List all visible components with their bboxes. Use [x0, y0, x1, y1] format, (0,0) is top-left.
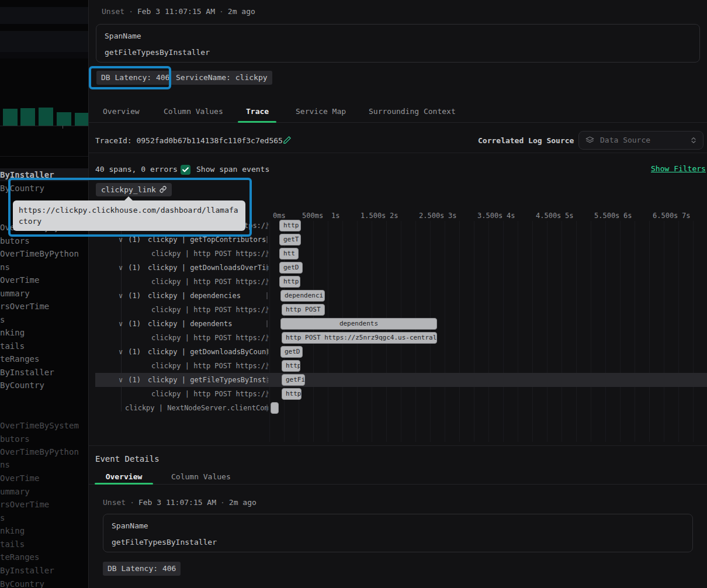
drawer-content: Unset·Feb 3 11:07:15 AM·2m ago SpanName … — [0, 0, 707, 588]
span-duration-bar[interactable]: http POST https://z5nrz9qgc4.us-central — [282, 332, 437, 344]
chevron-down-icon[interactable]: ∨ — [119, 236, 128, 244]
span-row-label: ∨(1)clickpy | dependencies — [95, 289, 268, 303]
span-child-count: (1) — [128, 292, 148, 300]
divider — [89, 153, 707, 153]
span-row[interactable]: clickpy | http POST https://z5nrzhttp — [95, 275, 707, 289]
chevron-down-icon[interactable]: ∨ — [119, 264, 128, 272]
span-name-text: clickpy | getDownloadsByCountry — [148, 348, 268, 356]
span-duration-bar[interactable]: htt — [279, 248, 299, 260]
span-duration-bar[interactable]: http — [279, 276, 300, 288]
span-row[interactable]: ∨(1)clickpy | getFileTypesByInstallerget… — [95, 373, 707, 387]
chevron-down-icon[interactable]: ∨ — [119, 320, 128, 328]
separator-dot: · — [216, 498, 229, 507]
spans-summary: 40 spans, 0 errors — [95, 165, 178, 174]
span-child-count: (1) — [128, 376, 148, 384]
span-row[interactable]: ∨(1)clickpy | getDownloadsByCountrygetD — [95, 345, 707, 359]
span-name-card: SpanName getFileTypesByInstaller — [103, 514, 693, 552]
link-url-tooltip: https://clickpy.clickhouse.com/dashboard… — [13, 200, 245, 231]
span-row[interactable]: clickpy | NextNodeServer.clientCompone — [95, 401, 707, 415]
chevron-down-icon[interactable]: ∨ — [119, 348, 128, 356]
show-span-events-checkbox[interactable] — [181, 165, 190, 175]
show-span-events-label[interactable]: Show span events — [196, 165, 269, 174]
span-name-text: clickpy | http POST https://z5nrz — [151, 306, 268, 314]
span-duration-bar[interactable]: http — [282, 360, 300, 372]
span-name-value: getFileTypesByInstaller — [112, 538, 217, 547]
span-row[interactable]: clickpy | http POST https://z5nrzhttp — [95, 359, 707, 373]
chevron-down-icon[interactable]: ∨ — [119, 292, 128, 300]
span-row[interactable]: ∨(1)clickpy | dependentsdependents — [95, 317, 707, 331]
span-row-label: clickpy | http POST https://z5nrz — [95, 303, 268, 317]
span-name-text: clickpy | http POST https://z5nrz — [151, 362, 268, 370]
event-relative-time: 2m ago — [229, 498, 257, 507]
data-source-select[interactable]: Data Source — [578, 131, 703, 150]
separator-dot: · — [126, 498, 138, 507]
span-duration-bar[interactable] — [271, 402, 279, 414]
span-event-tick — [266, 306, 268, 313]
active-tab-underline — [238, 121, 276, 123]
span-child-count: (1) — [128, 236, 148, 244]
span-event-tick — [266, 264, 268, 271]
span-duration-bar[interactable]: getD — [280, 346, 303, 358]
chevron-down-icon[interactable]: ∨ — [119, 376, 128, 384]
span-row[interactable]: clickpy | http POST https://z5nrzhttp PO… — [95, 331, 707, 345]
span-row[interactable]: ∨(1)clickpy | dependenciesdependenci — [95, 289, 707, 303]
edit-trace-id-icon[interactable] — [283, 136, 292, 144]
span-duration-bar[interactable]: http — [279, 220, 301, 231]
span-name-text: clickpy | dependencies — [148, 292, 241, 300]
span-row-label: clickpy | NextNodeServer.clientCompone — [95, 401, 268, 415]
tooltip-arrow — [124, 196, 133, 201]
span-name-card: SpanName getFileTypesByInstaller — [96, 24, 700, 63]
db-latency-highlight-box — [89, 66, 171, 89]
span-row[interactable]: clickpy | http POST https://z5nrzhtt — [95, 247, 707, 261]
span-row[interactable]: clickpy | http POST https://z5nrzhttp — [95, 387, 707, 401]
tab-overview[interactable]: Overview — [95, 472, 153, 481]
tab-service-map[interactable]: Service Map — [296, 107, 346, 116]
active-tab-underline — [95, 483, 153, 485]
span-event-tick — [266, 404, 268, 411]
span-row-label: clickpy | http POST https://z5nrz — [95, 275, 268, 289]
span-name-text: clickpy | http POST https://z5nrz — [151, 278, 268, 286]
span-name-text: clickpy | getDownloadsOverTimeByS — [148, 264, 268, 272]
span-name-label: SpanName — [112, 521, 148, 530]
span-duration-bar[interactable]: getT — [279, 234, 301, 245]
span-row-label: ∨(1)clickpy | getDownloadsOverTimeByS — [95, 261, 268, 275]
span-name-text: clickpy | NextNodeServer.clientCompone — [125, 404, 268, 412]
divider — [89, 445, 707, 446]
service-name-tag[interactable]: ServiceName: clickpy — [171, 71, 272, 85]
separator-dot: · — [215, 7, 228, 16]
span-child-count: (1) — [128, 348, 148, 356]
span-name-text: clickpy | getTopContributors — [148, 236, 266, 244]
event-relative-time: 2m ago — [228, 7, 255, 16]
data-source-placeholder: Data Source — [600, 136, 650, 144]
external-link-icon — [160, 186, 167, 193]
db-latency-tag[interactable]: DB Latency: 406 — [103, 562, 181, 576]
span-row-label: ∨(1)clickpy | getDownloadsByCountry — [95, 345, 268, 359]
span-event-tick — [266, 250, 268, 257]
trace-id: TraceId: 0952fad0b67b114138fc110f3c7ed56… — [95, 136, 283, 145]
show-filters-link[interactable]: Show Filters — [651, 164, 706, 173]
tab-column-values[interactable]: Column Values — [164, 107, 223, 116]
span-duration-bar[interactable]: dependenci — [280, 290, 325, 302]
tab-trace[interactable]: Trace — [246, 107, 269, 116]
event-timestamp: Feb 3 11:07:15 AM — [137, 7, 215, 16]
span-name-text: clickpy | http POST https://z5nrz — [151, 334, 268, 342]
span-row[interactable]: clickpy | http POST https://z5nrzhttp PO… — [95, 303, 707, 317]
span-duration-bar[interactable]: dependents — [280, 318, 437, 330]
span-event-tick — [266, 320, 268, 327]
span-duration-bar[interactable]: http POST — [282, 304, 325, 316]
span-name-value: getFileTypesByInstaller — [105, 48, 210, 57]
clickpy-link-chip[interactable]: clickpy_link — [96, 183, 172, 196]
separator-dot: · — [124, 7, 137, 16]
span-duration-bar[interactable]: getD — [279, 262, 303, 274]
link-url: https://clickpy.clickhouse.com/dashboard… — [19, 205, 240, 227]
tab-surrounding-context[interactable]: Surrounding Context — [369, 107, 456, 116]
span-row-label: clickpy | http POST https://z5nrz — [95, 387, 268, 401]
span-duration-bar[interactable]: http — [282, 388, 301, 400]
span-child-count: (1) — [128, 320, 148, 328]
span-row-label: ∨(1)clickpy | dependents — [95, 317, 268, 331]
span-row[interactable]: ∨(1)clickpy | getDownloadsOverTimeBySget… — [95, 261, 707, 275]
span-duration-bar[interactable]: getFi — [282, 374, 305, 386]
tab-overview[interactable]: Overview — [103, 107, 140, 116]
tab-column-values[interactable]: Column Values — [171, 472, 231, 481]
event-timestamp: Feb 3 11:07:15 AM — [138, 498, 216, 507]
